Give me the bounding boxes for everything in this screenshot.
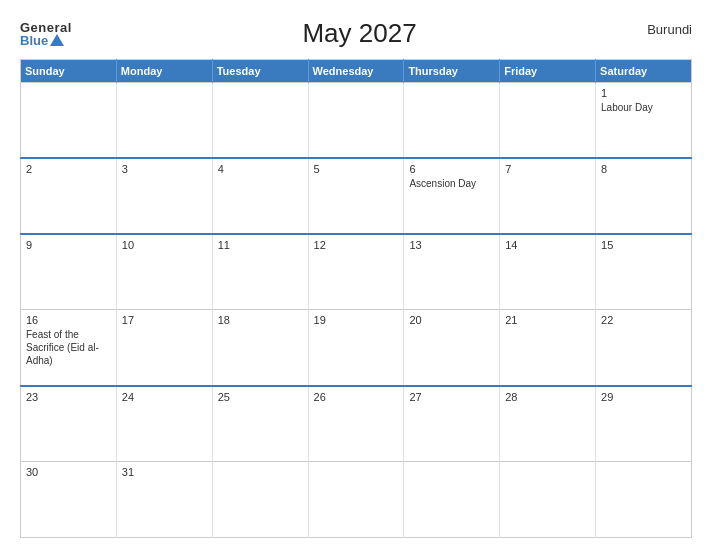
day-number: 18 — [218, 314, 303, 326]
day-number: 8 — [601, 163, 686, 175]
calendar-day-cell — [212, 462, 308, 538]
calendar-day-cell: 31 — [116, 462, 212, 538]
calendar-day-cell: 29 — [596, 386, 692, 462]
day-of-week-header: Saturday — [596, 60, 692, 83]
calendar-day-cell: 20 — [404, 310, 500, 386]
calendar-header-row: SundayMondayTuesdayWednesdayThursdayFrid… — [21, 60, 692, 83]
day-number: 19 — [314, 314, 399, 326]
calendar-day-cell — [212, 83, 308, 159]
day-number: 5 — [314, 163, 399, 175]
calendar-table: SundayMondayTuesdayWednesdayThursdayFrid… — [20, 59, 692, 538]
day-number: 13 — [409, 239, 494, 251]
day-number: 12 — [314, 239, 399, 251]
calendar-day-cell — [21, 83, 117, 159]
holiday-label: Ascension Day — [409, 178, 476, 189]
calendar-day-cell: 24 — [116, 386, 212, 462]
day-number: 17 — [122, 314, 207, 326]
calendar-day-cell: 19 — [308, 310, 404, 386]
calendar-day-cell: 21 — [500, 310, 596, 386]
calendar-day-cell: 12 — [308, 234, 404, 310]
calendar-week-row: 23242526272829 — [21, 386, 692, 462]
calendar-day-cell: 10 — [116, 234, 212, 310]
day-number: 30 — [26, 466, 111, 478]
calendar-day-cell: 13 — [404, 234, 500, 310]
calendar-title: May 2027 — [72, 18, 647, 49]
calendar-day-cell: 23 — [21, 386, 117, 462]
calendar-day-cell: 9 — [21, 234, 117, 310]
calendar-day-cell — [404, 83, 500, 159]
day-number: 6 — [409, 163, 494, 175]
holiday-label: Labour Day — [601, 102, 653, 113]
country-label: Burundi — [647, 22, 692, 37]
calendar-day-cell: 18 — [212, 310, 308, 386]
calendar-day-cell: 2 — [21, 158, 117, 234]
calendar-day-cell: 8 — [596, 158, 692, 234]
day-number: 21 — [505, 314, 590, 326]
calendar-day-cell: 28 — [500, 386, 596, 462]
day-number: 9 — [26, 239, 111, 251]
calendar-week-row: 3031 — [21, 462, 692, 538]
calendar-week-row: 1Labour Day — [21, 83, 692, 159]
holiday-label: Feast of the Sacrifice (Eid al-Adha) — [26, 329, 99, 366]
day-number: 23 — [26, 391, 111, 403]
calendar-day-cell: 14 — [500, 234, 596, 310]
day-number: 4 — [218, 163, 303, 175]
page: General Blue May 2027 Burundi SundayMond… — [0, 0, 712, 550]
day-number: 10 — [122, 239, 207, 251]
calendar-week-row: 16Feast of the Sacrifice (Eid al-Adha)17… — [21, 310, 692, 386]
logo: General Blue — [20, 21, 72, 47]
day-of-week-header: Thursday — [404, 60, 500, 83]
day-number: 16 — [26, 314, 111, 326]
calendar-day-cell: 11 — [212, 234, 308, 310]
calendar-day-cell — [116, 83, 212, 159]
calendar-day-cell — [500, 83, 596, 159]
calendar-day-cell: 30 — [21, 462, 117, 538]
day-of-week-header: Monday — [116, 60, 212, 83]
header: General Blue May 2027 Burundi — [20, 18, 692, 49]
calendar-week-row: 23456Ascension Day78 — [21, 158, 692, 234]
day-of-week-header: Sunday — [21, 60, 117, 83]
calendar-day-cell: 5 — [308, 158, 404, 234]
day-number: 14 — [505, 239, 590, 251]
day-number: 24 — [122, 391, 207, 403]
day-number: 20 — [409, 314, 494, 326]
day-number: 11 — [218, 239, 303, 251]
calendar-day-cell: 7 — [500, 158, 596, 234]
calendar-day-cell: 25 — [212, 386, 308, 462]
calendar-day-cell: 17 — [116, 310, 212, 386]
logo-blue-text: Blue — [20, 34, 72, 47]
calendar-day-cell: 1Labour Day — [596, 83, 692, 159]
day-number: 2 — [26, 163, 111, 175]
calendar-day-cell: 15 — [596, 234, 692, 310]
day-number: 28 — [505, 391, 590, 403]
day-number: 1 — [601, 87, 686, 99]
calendar-day-cell: 6Ascension Day — [404, 158, 500, 234]
day-of-week-header: Wednesday — [308, 60, 404, 83]
calendar-day-cell: 3 — [116, 158, 212, 234]
day-number: 3 — [122, 163, 207, 175]
day-number: 27 — [409, 391, 494, 403]
day-of-week-header: Tuesday — [212, 60, 308, 83]
day-number: 25 — [218, 391, 303, 403]
logo-general-text: General — [20, 21, 72, 34]
calendar-day-cell: 27 — [404, 386, 500, 462]
day-number: 15 — [601, 239, 686, 251]
day-of-week-header: Friday — [500, 60, 596, 83]
day-number: 26 — [314, 391, 399, 403]
calendar-day-cell — [308, 462, 404, 538]
calendar-day-cell: 26 — [308, 386, 404, 462]
day-number: 7 — [505, 163, 590, 175]
calendar-day-cell — [596, 462, 692, 538]
calendar-day-cell: 16Feast of the Sacrifice (Eid al-Adha) — [21, 310, 117, 386]
day-number: 31 — [122, 466, 207, 478]
calendar-day-cell — [404, 462, 500, 538]
calendar-day-cell: 4 — [212, 158, 308, 234]
calendar-day-cell — [500, 462, 596, 538]
calendar-day-cell: 22 — [596, 310, 692, 386]
day-number: 22 — [601, 314, 686, 326]
calendar-week-row: 9101112131415 — [21, 234, 692, 310]
logo-triangle-icon — [50, 34, 64, 46]
calendar-day-cell — [308, 83, 404, 159]
day-number: 29 — [601, 391, 686, 403]
